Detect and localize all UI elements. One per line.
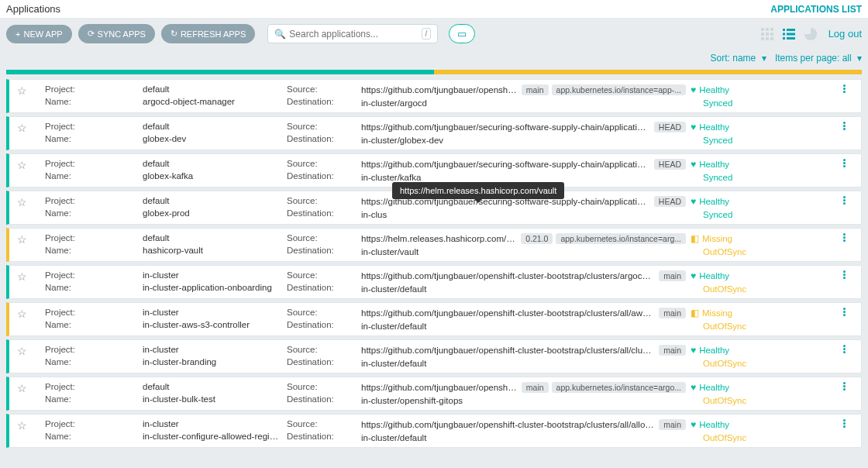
- destination-value: in-cluster/globex-dev: [361, 136, 686, 145]
- name-value: argocd-object-manager: [143, 97, 282, 106]
- name-value: globex-prod: [143, 208, 282, 218]
- project-value: default: [143, 84, 282, 94]
- actions-menu-icon[interactable]: [843, 382, 846, 391]
- destination-value: in-cluster/openshift-gitops: [361, 396, 686, 405]
- project-value: in-cluster: [143, 419, 282, 428]
- favorite-star-icon[interactable]: ☆: [17, 382, 40, 394]
- destination-label: Destination:: [287, 134, 356, 143]
- source-url: https://github.com/tjungbauer/openshift-…: [361, 85, 518, 95]
- sync-icon: ↑: [691, 284, 700, 294]
- actions-menu-icon[interactable]: [843, 419, 846, 428]
- favorite-star-icon[interactable]: ☆: [17, 159, 40, 171]
- svg-rect-13: [783, 37, 785, 40]
- actions-menu-icon[interactable]: [843, 196, 846, 205]
- grid-view-icon[interactable]: [759, 26, 776, 43]
- actions-menu-icon[interactable]: [843, 233, 846, 242]
- project-value: default: [143, 122, 282, 131]
- favorite-star-icon[interactable]: ☆: [17, 196, 40, 208]
- health-text: Missing: [702, 308, 732, 318]
- sync-status: ↑OutOfSync: [691, 284, 830, 294]
- app-card[interactable]: ☆ Project: Name: default globex-dev Sour…: [6, 116, 862, 150]
- new-app-button[interactable]: +NEW APP: [6, 25, 72, 43]
- project-label: Project:: [45, 270, 138, 280]
- progress-bar: [6, 70, 862, 74]
- health-text: Healthy: [699, 271, 729, 280]
- sort-dropdown[interactable]: Sort: name ▾: [708, 53, 766, 64]
- project-value: default: [143, 382, 282, 391]
- health-text: Healthy: [699, 85, 729, 95]
- actions-menu-icon[interactable]: [843, 122, 846, 130]
- name-value: hashicorp-vault: [143, 246, 282, 255]
- actions-menu-icon[interactable]: [843, 345, 846, 353]
- app-card[interactable]: ☆ Project: Name: default hashicorp-vault…: [6, 228, 862, 262]
- destination-value: in-cluster/default: [361, 359, 686, 368]
- items-per-page-dropdown[interactable]: Items per page: all ▾: [772, 53, 862, 64]
- source-url: https://github.com/tjungbauer/securing-s…: [361, 160, 651, 169]
- actions-menu-icon[interactable]: [843, 159, 846, 167]
- favorite-star-icon[interactable]: ☆: [17, 122, 40, 134]
- project-value: default: [143, 233, 282, 243]
- name-label: Name:: [45, 320, 138, 329]
- source-url: https://github.com/tjungbauer/openshift-…: [361, 420, 656, 429]
- name-label: Name:: [45, 208, 138, 218]
- project-label: Project:: [45, 122, 138, 131]
- source-url: https://github.com/tjungbauer/openshift-…: [361, 271, 656, 280]
- app-card[interactable]: ☆ Project: Name: in-cluster in-cluster-b…: [6, 339, 862, 373]
- app-card[interactable]: ☆ Project: Name: in-cluster in-cluster-a…: [6, 302, 862, 336]
- revision-badge: HEAD: [654, 196, 686, 207]
- favorite-star-icon[interactable]: ☆: [17, 84, 40, 97]
- health-icon: ♥: [691, 196, 696, 207]
- actions-menu-icon[interactable]: [843, 84, 846, 93]
- sync-icon: ↑: [691, 247, 700, 256]
- health-icon: ◧: [691, 308, 699, 318]
- svg-rect-14: [787, 37, 795, 40]
- sync-status: ✔Synced: [691, 98, 830, 108]
- sync-icon: ↑: [691, 322, 700, 331]
- destination-label: Destination:: [287, 283, 356, 292]
- name-value: in-cluster-bulk-test: [143, 394, 282, 404]
- app-card[interactable]: https://helm.releases.hashicorp.com/vaul…: [6, 191, 862, 225]
- sync-status: ✔Synced: [691, 136, 830, 145]
- applications-list-link[interactable]: APPLICATIONS LIST: [770, 4, 862, 15]
- favorite-star-icon[interactable]: ☆: [17, 233, 40, 246]
- source-label: Source:: [287, 233, 356, 243]
- app-card[interactable]: ☆ Project: Name: in-cluster in-cluster-c…: [6, 414, 862, 448]
- favorite-star-icon[interactable]: ☆: [17, 308, 40, 320]
- app-card[interactable]: ☆ Project: Name: in-cluster in-cluster-a…: [6, 265, 862, 299]
- refresh-apps-button[interactable]: ↻REFRESH APPS: [161, 24, 255, 43]
- source-label: Source:: [287, 159, 356, 168]
- actions-menu-icon[interactable]: [843, 308, 846, 316]
- name-label: Name:: [45, 171, 138, 181]
- list-view-icon[interactable]: [780, 26, 797, 43]
- name-value: globex-dev: [143, 134, 282, 143]
- health-icon: ♥: [691, 84, 696, 95]
- filter-toggle-button[interactable]: ▭: [449, 24, 475, 43]
- logout-link[interactable]: Log out: [828, 28, 862, 40]
- app-card[interactable]: ☆ Project: Name: default in-cluster-bulk…: [6, 377, 862, 411]
- sync-status: ↑OutOfSync: [691, 322, 830, 331]
- favorite-star-icon[interactable]: ☆: [17, 345, 40, 357]
- favorite-star-icon[interactable]: ☆: [17, 270, 40, 283]
- sync-apps-button[interactable]: ⟳SYNC APPS: [78, 24, 155, 43]
- destination-label: Destination:: [287, 432, 356, 441]
- source-url: https://github.com/tjungbauer/openshift-…: [361, 308, 656, 318]
- svg-rect-2: [770, 28, 773, 31]
- name-label: Name:: [45, 246, 138, 255]
- svg-rect-11: [783, 33, 785, 35]
- destination-label: Destination:: [287, 208, 356, 218]
- sync-text: OutOfSync: [703, 284, 746, 294]
- favorite-star-icon[interactable]: ☆: [17, 419, 40, 432]
- search-input[interactable]: [289, 29, 421, 40]
- pie-view-icon[interactable]: [802, 26, 819, 43]
- project-value: in-cluster: [143, 270, 282, 280]
- search-container[interactable]: 🔍 /: [267, 24, 438, 43]
- actions-menu-icon[interactable]: [843, 270, 846, 279]
- revision-badge: main: [522, 382, 549, 393]
- source-url: https://github.com/tjungbauer/securing-s…: [361, 122, 651, 132]
- health-status: ◧Missing: [691, 233, 830, 244]
- health-status: ♥Healthy: [691, 270, 830, 281]
- project-label: Project:: [45, 308, 138, 317]
- sync-icon: ✔: [691, 173, 700, 182]
- svg-rect-10: [787, 29, 795, 31]
- app-card[interactable]: ☆ Project: Name: default argocd-object-m…: [6, 79, 862, 113]
